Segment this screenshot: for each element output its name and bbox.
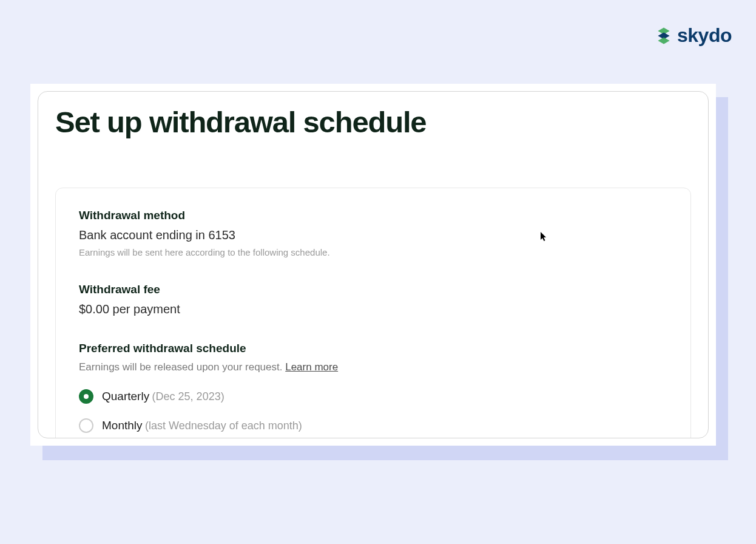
withdrawal-method-section: Withdrawal method Bank account ending in… — [79, 209, 667, 257]
schedule-description: Earnings will be released upon your requ… — [79, 361, 667, 373]
schedule-option-quarterly[interactable]: Quarterly (Dec 25, 2023) — [79, 389, 667, 404]
withdrawal-method-label: Withdrawal method — [79, 209, 667, 222]
withdrawal-fee-value: $0.00 per payment — [79, 302, 667, 316]
schedule-description-text: Earnings will be released upon your requ… — [79, 361, 285, 373]
inner-panel: Set up withdrawal schedule Withdrawal me… — [38, 91, 709, 438]
main-card: Set up withdrawal schedule Withdrawal me… — [30, 84, 716, 446]
withdrawal-fee-label: Withdrawal fee — [79, 283, 667, 296]
page-title: Set up withdrawal schedule — [55, 105, 691, 139]
radio-text-group: Monthly (last Wednesday of each month) — [102, 419, 302, 432]
learn-more-link[interactable]: Learn more — [285, 361, 338, 373]
withdrawal-fee-section: Withdrawal fee $0.00 per payment — [79, 283, 667, 316]
radio-note: (last Wednesday of each month) — [145, 420, 302, 432]
withdrawal-method-hint: Earnings will be sent here according to … — [79, 247, 667, 257]
radio-text-group: Quarterly (Dec 25, 2023) — [102, 390, 224, 403]
radio-icon — [79, 418, 93, 433]
schedule-section: Preferred withdrawal schedule Earnings w… — [79, 342, 667, 433]
brand-logo-text: skydo — [677, 24, 732, 47]
withdrawal-method-value: Bank account ending in 6153 — [79, 228, 667, 242]
radio-icon — [79, 389, 93, 404]
content-card: Withdrawal method Bank account ending in… — [55, 188, 691, 438]
radio-label: Monthly — [102, 419, 143, 432]
cursor-icon — [541, 232, 548, 243]
skydo-logo-icon — [654, 26, 673, 46]
schedule-label: Preferred withdrawal schedule — [79, 342, 667, 355]
radio-note: (Dec 25, 2023) — [152, 390, 224, 403]
radio-label: Quarterly — [102, 390, 149, 403]
schedule-option-monthly[interactable]: Monthly (last Wednesday of each month) — [79, 418, 667, 433]
brand-logo: skydo — [654, 24, 732, 47]
